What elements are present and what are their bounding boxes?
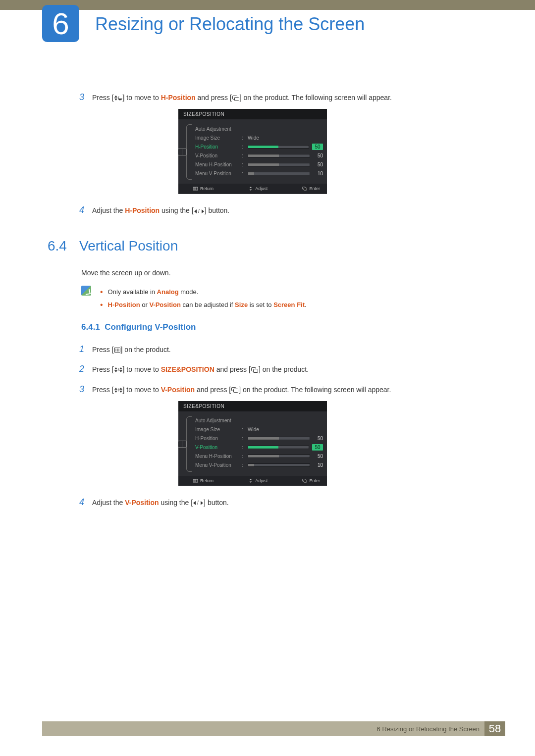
osd-menu-item: Auto Adjustment bbox=[195, 416, 323, 425]
svg-rect-2 bbox=[234, 97, 239, 101]
osd-menu-item: V-Position:50 bbox=[195, 443, 323, 452]
colon: : bbox=[242, 462, 245, 468]
bullet-icon: • bbox=[100, 299, 103, 311]
osd-slider-value: 50 bbox=[313, 436, 323, 441]
colon: : bbox=[242, 144, 245, 150]
text: Enter bbox=[309, 478, 320, 483]
step-text: Press [/] to move to H-Position and pres… bbox=[92, 92, 481, 104]
step-row: 4 Adjust the V-Position using the [/] bu… bbox=[79, 494, 481, 510]
keyword: Screen Fit bbox=[273, 301, 305, 308]
note-text: Only available in Analog mode. bbox=[108, 286, 199, 299]
osd-item-label: V-Position bbox=[195, 445, 239, 450]
colon: : bbox=[242, 436, 245, 441]
keyword: Analog bbox=[157, 288, 179, 296]
osd-menu-item: Menu V-Position:10 bbox=[195, 169, 323, 178]
colon: : bbox=[242, 135, 245, 141]
keyword: H-Position bbox=[108, 301, 140, 308]
colon: : bbox=[242, 171, 245, 176]
osd-slider: 50 bbox=[248, 444, 323, 451]
enter-icon bbox=[232, 96, 239, 101]
osd-slider-value: 50 bbox=[312, 144, 323, 150]
svg-rect-8 bbox=[304, 188, 307, 191]
text: Press [ bbox=[92, 94, 114, 101]
step-number: 3 bbox=[79, 89, 92, 105]
step-text: Press [] on the product. bbox=[92, 344, 481, 356]
osd-rows: Auto AdjustmentImage Size:WideH-Position… bbox=[195, 124, 323, 180]
step-number: 4 bbox=[79, 494, 92, 510]
osd-slider: 10 bbox=[248, 462, 323, 468]
text: ] on the product. The following screen w… bbox=[239, 386, 391, 394]
text: Return bbox=[200, 478, 214, 483]
osd-slider: 10 bbox=[248, 171, 323, 176]
text: mode. bbox=[179, 288, 199, 296]
osd-enter: Enter bbox=[302, 478, 320, 483]
osd-item-label: Image Size bbox=[195, 135, 239, 141]
text: Adjust the bbox=[92, 206, 125, 214]
osd-slider: 50 bbox=[248, 144, 323, 150]
keyword: H-Position bbox=[161, 94, 196, 101]
text: ] button. bbox=[205, 206, 230, 214]
colon: : bbox=[242, 162, 245, 167]
step-text: Adjust the H-Position using the [/] butt… bbox=[92, 204, 481, 217]
text: Enter bbox=[309, 186, 320, 191]
osd-menu-item: H-Position:50 bbox=[195, 142, 323, 151]
svg-text:/: / bbox=[197, 501, 199, 505]
up-down-icon: / bbox=[114, 367, 122, 372]
osd-slider-value: 50 bbox=[312, 444, 323, 451]
bullet-icon: • bbox=[100, 286, 103, 299]
menu-icon bbox=[114, 348, 120, 353]
footer-text: 6 Resizing or Relocating the Screen bbox=[377, 725, 480, 733]
text: Return bbox=[200, 186, 214, 191]
note-item: • H-Position or V-Position can be adjust… bbox=[100, 299, 307, 311]
osd-item-label: Image Size bbox=[195, 427, 239, 432]
osd-slider-value: 50 bbox=[313, 153, 323, 158]
page-number: 58 bbox=[484, 721, 505, 736]
text: or bbox=[140, 301, 150, 308]
osd-panel-vposition: SIZE&POSITION Auto AdjustmentImage Size:… bbox=[178, 401, 327, 486]
keyword: H-Position bbox=[125, 206, 160, 214]
header-stripe bbox=[0, 0, 535, 10]
step-number: 3 bbox=[79, 381, 92, 397]
step-number: 1 bbox=[79, 341, 92, 357]
step-number: 4 bbox=[79, 202, 92, 218]
text: ] on the product. bbox=[259, 365, 309, 373]
enter-icon bbox=[251, 367, 258, 373]
text: ] to move to bbox=[123, 386, 161, 394]
osd-slider: 50 bbox=[248, 436, 323, 441]
keyword: SIZE&POSITION bbox=[161, 365, 214, 373]
osd-item-value: Wide bbox=[248, 135, 259, 141]
osd-rows: Auto AdjustmentImage Size:WideH-Position… bbox=[195, 416, 323, 472]
text: ] button. bbox=[204, 499, 229, 506]
text: can be adjusted if bbox=[181, 301, 235, 308]
left-right-icon: / bbox=[193, 501, 203, 505]
text: using the [ bbox=[160, 206, 194, 214]
size-position-icon bbox=[178, 149, 187, 155]
osd-slider: 50 bbox=[248, 153, 323, 158]
up-down-icon: / bbox=[114, 388, 122, 393]
text: ] to move to bbox=[123, 94, 161, 101]
osd-footer: Return Adjust Enter bbox=[178, 184, 327, 193]
osd-item-label: V-Position bbox=[195, 153, 239, 158]
osd-slider-value: 50 bbox=[313, 454, 323, 459]
osd-slider-value: 10 bbox=[313, 462, 323, 468]
colon: : bbox=[242, 445, 245, 450]
osd-menu-item: Image Size:Wide bbox=[195, 133, 323, 142]
osd-menu-item: Menu V-Position:10 bbox=[195, 461, 323, 470]
osd-item-label: Menu H-Position bbox=[195, 454, 239, 459]
text: Press [ bbox=[92, 365, 114, 373]
osd-item-label: Auto Adjustment bbox=[195, 418, 239, 423]
text: Press [ bbox=[92, 346, 114, 353]
osd-return: Return bbox=[193, 478, 214, 483]
text: . bbox=[305, 301, 307, 308]
footer-bar: 6 Resizing or Relocating the Screen 58 bbox=[42, 721, 505, 736]
up-down-icon: / bbox=[114, 96, 122, 101]
text: Adjust the bbox=[92, 499, 125, 506]
svg-text:/: / bbox=[118, 367, 119, 372]
svg-rect-25 bbox=[304, 480, 307, 482]
step-number: 2 bbox=[79, 361, 92, 377]
svg-text:/: / bbox=[118, 388, 119, 393]
section-number: 6.4 bbox=[48, 238, 79, 254]
osd-slider-value: 50 bbox=[313, 162, 323, 167]
osd-menu-item: Menu H-Position:50 bbox=[195, 452, 323, 461]
text: ] on the product. bbox=[121, 346, 171, 353]
